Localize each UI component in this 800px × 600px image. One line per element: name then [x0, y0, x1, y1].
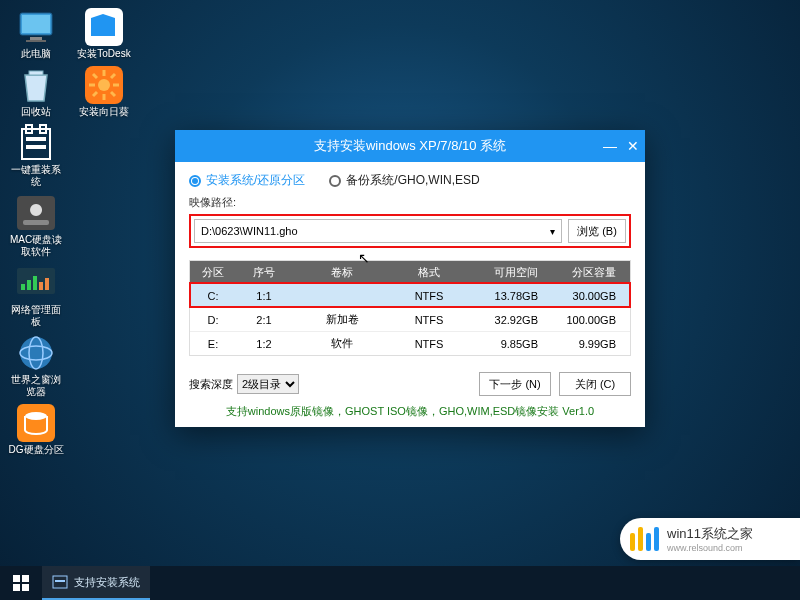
svg-rect-22 [23, 220, 49, 225]
titlebar[interactable]: 支持安装windows XP/7/8/10 系统 — ✕ [175, 130, 645, 162]
partition-table: 分区 序号 卷标 格式 可用空间 分区容量 C: 1:1 NTFS 13.78G… [189, 260, 631, 356]
svg-rect-32 [17, 404, 55, 442]
svg-rect-25 [27, 280, 31, 290]
svg-point-33 [25, 412, 47, 420]
desktop-icon-macdisk[interactable]: MAC硬盘读取软件 [8, 194, 64, 258]
browser-icon [16, 334, 56, 372]
desktop-icon-reinstall[interactable]: 一键重装系统 [8, 124, 64, 188]
depth-select[interactable]: 2级目录 [237, 374, 299, 394]
desktop-icon-netpanel[interactable]: 网络管理面板 [8, 264, 64, 328]
close-x-button[interactable]: ✕ [627, 138, 639, 154]
reinstall-icon [16, 124, 56, 162]
path-row-highlight: D:\0623\WIN11.gho 浏览 (B) [189, 214, 631, 248]
todesk-icon [84, 8, 124, 46]
svg-rect-28 [45, 278, 49, 290]
desktop-icon-browser[interactable]: 世界之窗浏览器 [8, 334, 64, 398]
desktop-icon-dg[interactable]: DG硬盘分区 [8, 404, 64, 456]
netpanel-icon [16, 264, 56, 302]
table-row[interactable]: D: 2:1 新加卷 NTFS 32.92GB 100.00GB [190, 307, 630, 331]
taskbar-item-installer[interactable]: 支持安装系统 [42, 566, 150, 600]
watermark-badge: win11系统之家 www.relsound.com [620, 518, 800, 560]
installer-window: 支持安装windows XP/7/8/10 系统 — ✕ 安装系统/还原分区 备… [175, 130, 645, 427]
svg-rect-39 [55, 580, 65, 582]
app-icon [52, 575, 68, 589]
svg-rect-35 [22, 575, 29, 582]
desktop-icon-pc[interactable]: 此电脑 [8, 8, 64, 60]
svg-rect-27 [39, 282, 43, 290]
radio-install-restore[interactable]: 安装系统/还原分区 [189, 172, 305, 189]
table-header: 分区 序号 卷标 格式 可用空间 分区容量 [190, 261, 630, 283]
windows-icon [13, 575, 29, 591]
desktop-icon-recycle[interactable]: 回收站 [8, 66, 64, 118]
svg-rect-19 [26, 137, 46, 141]
svg-point-29 [20, 337, 52, 369]
start-button[interactable] [0, 566, 42, 600]
macdisk-icon [16, 194, 56, 232]
image-path-dropdown[interactable]: D:\0623\WIN11.gho [194, 219, 562, 243]
svg-rect-24 [21, 284, 25, 290]
svg-rect-37 [22, 584, 29, 591]
radio-on-icon [189, 175, 201, 187]
table-row[interactable]: C: 1:1 NTFS 13.78GB 30.00GB [190, 283, 630, 307]
svg-rect-2 [30, 37, 42, 40]
minimize-button[interactable]: — [603, 138, 617, 154]
dg-icon [16, 404, 56, 442]
sunflower-icon [84, 66, 124, 104]
svg-rect-3 [26, 40, 46, 42]
version-text: 支持windows原版镜像，GHOST ISO镜像，GHO,WIM,ESD镜像安… [189, 404, 631, 419]
taskbar[interactable]: 支持安装系统 [0, 566, 800, 600]
desktop-icon-sunflower[interactable]: 安装向日葵 [76, 66, 132, 118]
svg-rect-34 [13, 575, 20, 582]
win11-bars-icon [630, 527, 659, 551]
depth-label: 搜索深度 [189, 377, 233, 392]
svg-rect-36 [13, 584, 20, 591]
pc-icon [16, 8, 56, 46]
svg-rect-26 [33, 276, 37, 290]
svg-rect-1 [22, 15, 50, 33]
window-title: 支持安装windows XP/7/8/10 系统 [314, 137, 506, 155]
svg-point-7 [98, 79, 110, 91]
browse-button[interactable]: 浏览 (B) [568, 219, 626, 243]
close-button[interactable]: 关闭 (C) [559, 372, 631, 396]
svg-rect-5 [29, 71, 43, 75]
next-button[interactable]: 下一步 (N) [479, 372, 551, 396]
recycle-icon [16, 66, 56, 104]
desktop-icon-todesk[interactable]: 安装ToDesk [76, 8, 132, 60]
svg-rect-20 [26, 145, 46, 149]
path-label: 映像路径: [189, 195, 631, 210]
radio-backup[interactable]: 备份系统/GHO,WIN,ESD [329, 172, 479, 189]
radio-off-icon [329, 175, 341, 187]
table-row[interactable]: E: 1:2 软件 NTFS 9.85GB 9.99GB [190, 331, 630, 355]
